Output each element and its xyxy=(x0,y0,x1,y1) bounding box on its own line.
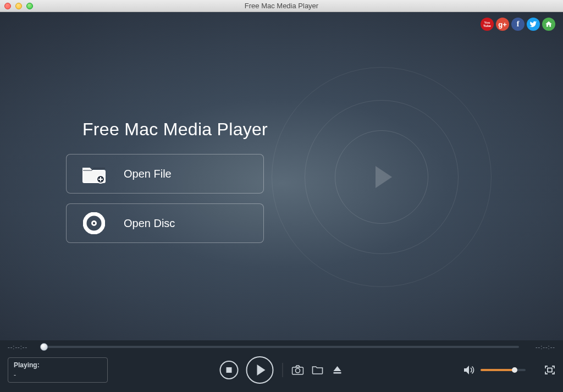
eject-button[interactable] xyxy=(332,365,344,375)
play-icon xyxy=(257,365,265,376)
stop-icon xyxy=(227,367,232,373)
svg-point-5 xyxy=(296,368,300,373)
open-folder-button[interactable] xyxy=(312,365,324,375)
play-visual xyxy=(272,67,492,287)
playing-label: Playing: xyxy=(14,361,102,369)
close-button[interactable] xyxy=(4,3,11,9)
open-file-button[interactable]: Open File xyxy=(66,154,264,194)
action-buttons: Open File Open Disc xyxy=(66,154,264,243)
svg-point-3 xyxy=(93,222,95,224)
app-heading: Free Mac Media Player xyxy=(82,119,268,140)
app-window: Free Mac Media Player You Tube g+ f Free… xyxy=(0,0,563,392)
volume-button[interactable] xyxy=(463,365,475,376)
seek-bar[interactable] xyxy=(44,346,519,348)
volume-fill xyxy=(481,369,515,371)
seek-thumb[interactable] xyxy=(40,343,48,351)
right-controls xyxy=(463,365,555,376)
button-row: Playing: - xyxy=(0,351,563,392)
mini-icons xyxy=(292,365,344,375)
time-remaining: --:--:-- xyxy=(526,344,555,350)
disc-icon xyxy=(81,210,107,236)
volume-slider[interactable] xyxy=(481,369,526,371)
folder-plus-icon xyxy=(81,161,107,187)
divider xyxy=(283,363,283,377)
svg-rect-6 xyxy=(334,372,341,374)
open-disc-label: Open Disc xyxy=(124,217,175,230)
stop-button[interactable] xyxy=(220,361,239,379)
zoom-button[interactable] xyxy=(26,3,33,9)
minimize-button[interactable] xyxy=(15,3,22,9)
controls-panel: --:--:-- --:--:-- Playing: - xyxy=(0,340,563,392)
window-title: Free Mac Media Player xyxy=(0,2,563,10)
now-playing-box: Playing: - xyxy=(8,357,108,383)
open-disc-button[interactable]: Open Disc xyxy=(66,203,264,243)
open-file-label: Open File xyxy=(124,168,172,180)
play-button[interactable] xyxy=(246,356,274,384)
titlebar: Free Mac Media Player xyxy=(0,0,563,12)
svg-rect-7 xyxy=(548,368,552,372)
fullscreen-button[interactable] xyxy=(544,365,555,375)
window-controls xyxy=(0,3,33,9)
seek-row: --:--:-- --:--:-- xyxy=(0,340,563,351)
playing-value: - xyxy=(14,371,102,379)
center-controls xyxy=(220,356,344,384)
main-area: Free Mac Media Player Open File xyxy=(0,12,563,340)
content-area: You Tube g+ f Free Mac Media Player xyxy=(0,12,563,392)
play-glyph-icon xyxy=(376,166,392,188)
time-elapsed: --:--:-- xyxy=(8,344,37,350)
volume-thumb[interactable] xyxy=(512,367,517,373)
snapshot-button[interactable] xyxy=(292,365,304,375)
